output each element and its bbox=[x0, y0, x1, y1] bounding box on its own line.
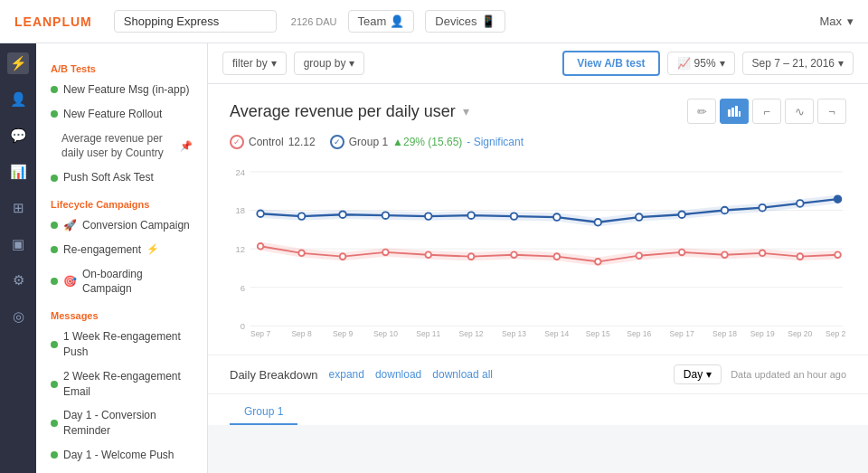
sidebar-item-push-soft-ask[interactable]: Push Soft Ask Test bbox=[36, 166, 207, 190]
sidebar-item-day3-create[interactable]: Day 3 - Create Account bbox=[36, 468, 207, 473]
chart-edit-icon[interactable]: ✏ bbox=[687, 99, 716, 124]
group-by-button[interactable]: group by ▾ bbox=[294, 52, 365, 75]
status-dot bbox=[51, 451, 58, 459]
svg-point-54 bbox=[595, 259, 601, 265]
svg-point-52 bbox=[511, 251, 517, 258]
sidebar-item-label: 1 Week Re-engagement Push bbox=[63, 329, 193, 360]
svg-text:Sep 7: Sep 7 bbox=[250, 329, 271, 338]
svg-text:Sep 12: Sep 12 bbox=[459, 329, 484, 338]
svg-point-31 bbox=[298, 213, 306, 220]
user-menu[interactable]: Max ▾ bbox=[819, 14, 854, 28]
sidebar-item-label: New Feature Rollout bbox=[63, 107, 162, 122]
svg-point-51 bbox=[468, 253, 475, 260]
nav-icon-chat[interactable]: 💬 bbox=[7, 125, 29, 147]
sidebar-item-new-feature-msg[interactable]: New Feature Msg (in-app) bbox=[36, 78, 207, 102]
team-button[interactable]: Team 👤 bbox=[348, 10, 415, 33]
filter-by-button[interactable]: filter by ▾ bbox=[222, 52, 287, 75]
svg-text:24: 24 bbox=[236, 167, 246, 177]
filter-by-label: filter by bbox=[232, 57, 268, 70]
svg-point-60 bbox=[835, 251, 841, 258]
svg-text:Sep 17: Sep 17 bbox=[670, 329, 694, 338]
nav-icon-box[interactable]: ▣ bbox=[7, 233, 29, 255]
view-ab-label: View A/B test bbox=[577, 57, 645, 70]
svg-point-47 bbox=[298, 251, 305, 257]
svg-point-46 bbox=[258, 243, 264, 250]
sidebar-item-day1-welcome[interactable]: Day 1 - Welcome Push bbox=[36, 443, 207, 468]
status-dot bbox=[51, 246, 58, 253]
chevron-down-icon: ▾ bbox=[838, 57, 844, 70]
nav-icon-chart[interactable]: 📊 bbox=[7, 161, 29, 183]
status-dot bbox=[51, 86, 58, 93]
chart-bar-icon[interactable] bbox=[720, 99, 749, 124]
chart-legend: ✓ Control 12.12 ✓ Group 1 ▲29% (15.65) -… bbox=[230, 131, 846, 153]
svg-rect-2 bbox=[735, 106, 738, 117]
svg-point-44 bbox=[835, 195, 842, 203]
data-updated-label: Data updated an hour ago bbox=[731, 369, 846, 380]
chevron-down-icon: ▾ bbox=[720, 57, 725, 70]
svg-point-49 bbox=[382, 250, 389, 256]
sidebar-item-1week-push[interactable]: 1 Week Re-engagement Push bbox=[36, 325, 207, 364]
group-by-label: group by bbox=[304, 57, 346, 70]
svg-rect-0 bbox=[728, 109, 731, 117]
svg-point-41 bbox=[722, 207, 729, 214]
nav-icon-settings[interactable]: ⚙ bbox=[7, 270, 29, 291]
download-link[interactable]: download bbox=[375, 368, 421, 381]
svg-text:18: 18 bbox=[236, 205, 246, 215]
confidence-button[interactable]: 📈 95% ▾ bbox=[667, 52, 735, 75]
sidebar-item-onboarding[interactable]: 🎯 On-boarding Campaign bbox=[36, 262, 207, 302]
team-icon: 👤 bbox=[390, 14, 404, 28]
svg-point-36 bbox=[511, 213, 518, 220]
svg-text:0: 0 bbox=[241, 321, 245, 331]
emoji-icon: 🎯 bbox=[63, 274, 77, 289]
group1-label: Group 1 bbox=[349, 136, 388, 148]
sidebar-item-new-feature-rollout[interactable]: New Feature Rollout bbox=[36, 102, 207, 127]
dau-badge: 2126 DAU bbox=[291, 16, 337, 27]
status-dot bbox=[51, 341, 58, 348]
chart-view-icons: ✏ ⌐ ∿ ¬ bbox=[687, 99, 846, 124]
svg-point-53 bbox=[554, 253, 561, 260]
devices-icon: 📱 bbox=[481, 14, 495, 28]
svg-text:Sep 21: Sep 21 bbox=[826, 329, 846, 338]
svg-text:6: 6 bbox=[241, 283, 245, 293]
svg-text:Sep 15: Sep 15 bbox=[586, 329, 610, 338]
nav-icon-grid[interactable]: ⊞ bbox=[7, 197, 29, 219]
expand-link[interactable]: expand bbox=[329, 368, 364, 381]
pin-icon: 📌 bbox=[180, 139, 193, 153]
nav-icon-target[interactable]: ◎ bbox=[7, 306, 29, 327]
chart-toolbar: filter by ▾ group by ▾ View A/B test 📈 9… bbox=[208, 43, 868, 84]
download-all-link[interactable]: download all bbox=[432, 368, 493, 381]
date-range-button[interactable]: Sep 7 – 21, 2016 ▾ bbox=[742, 52, 854, 75]
devices-button[interactable]: Devices 📱 bbox=[425, 10, 505, 33]
sidebar-item-day1-conversion[interactable]: Day 1 - Conversion Reminder bbox=[36, 403, 207, 443]
chart-title-row: Average revenue per daily user ▾ ✏ ⌐ ∿ ¬ bbox=[230, 99, 846, 124]
group1-check-icon: ✓ bbox=[330, 135, 344, 149]
chart-wave-icon[interactable]: ∿ bbox=[785, 99, 814, 124]
svg-point-38 bbox=[595, 219, 602, 226]
sidebar-item-2week-email[interactable]: 2 Week Re-engagement Email bbox=[36, 364, 207, 404]
control-label: Control bbox=[249, 136, 284, 148]
svg-text:Sep 9: Sep 9 bbox=[333, 329, 354, 338]
svg-text:Sep 14: Sep 14 bbox=[544, 329, 569, 338]
svg-text:Sep 8: Sep 8 bbox=[291, 329, 312, 338]
svg-point-56 bbox=[679, 250, 685, 256]
day-granularity-button[interactable]: Day ▾ bbox=[674, 364, 722, 384]
chart-title-caret-icon[interactable]: ▾ bbox=[463, 104, 469, 118]
app-search-input[interactable] bbox=[114, 10, 277, 33]
chart-bracket-left-icon[interactable]: ⌐ bbox=[752, 99, 781, 124]
nav-icon-ab[interactable]: ⚡ bbox=[7, 52, 29, 74]
nav-icon-users[interactable]: 👤 bbox=[7, 89, 29, 110]
svg-text:Sep 18: Sep 18 bbox=[712, 329, 737, 338]
sidebar-item-reengagement[interactable]: Re-engagement ⚡ bbox=[36, 238, 207, 262]
chart-bracket-right-icon[interactable]: ¬ bbox=[817, 99, 846, 124]
devices-label: Devices bbox=[435, 14, 476, 28]
svg-text:Sep 20: Sep 20 bbox=[788, 329, 812, 338]
tab-group1[interactable]: Group 1 bbox=[230, 400, 297, 425]
chart-svg-container: 24 18 12 6 0 Sep 7 Sep 8 Sep 9 Sep 10 bbox=[230, 160, 846, 344]
sidebar-item-label: Day 1 - Conversion Reminder bbox=[63, 408, 193, 439]
view-ab-test-button[interactable]: View A/B test bbox=[562, 51, 659, 76]
svg-point-50 bbox=[425, 251, 431, 258]
sidebar-item-conversion-campaign[interactable]: 🚀 Conversion Campaign bbox=[36, 213, 207, 238]
control-check-icon: ✓ bbox=[230, 135, 244, 149]
sidebar-item-arpu-country[interactable]: Average revenue per daily user by Countr… bbox=[36, 127, 207, 166]
main-layout: ⚡ 👤 💬 📊 ⊞ ▣ ⚙ ◎ A/B Tests New Feature Ms… bbox=[0, 43, 868, 473]
